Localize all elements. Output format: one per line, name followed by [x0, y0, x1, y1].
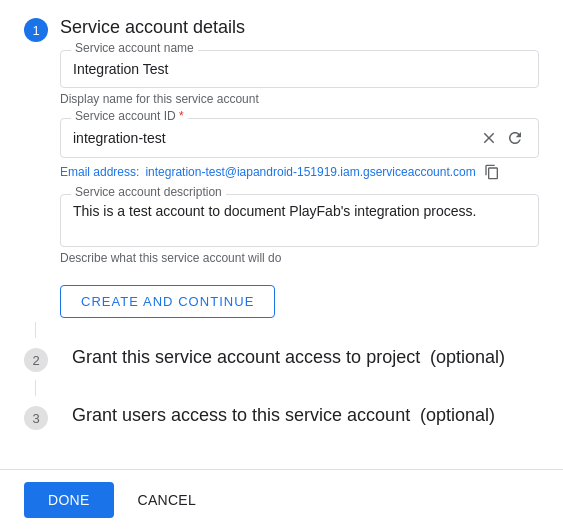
refresh-button[interactable] — [504, 127, 526, 149]
name-hint: Display name for this service account — [60, 92, 539, 106]
step2-title: Grant this service account access to pro… — [72, 347, 420, 367]
cancel-button[interactable]: CANCEL — [130, 482, 204, 518]
bottom-bar: DONE CANCEL — [0, 469, 563, 530]
step1-header: 1 Service account details — [24, 16, 539, 42]
step3-optional: (optional) — [420, 405, 495, 425]
id-input-row — [73, 127, 526, 149]
step1-circle: 1 — [24, 18, 48, 42]
email-row: Email address: integration-test@iapandro… — [60, 162, 539, 182]
name-field-group: Service account name — [60, 50, 539, 88]
description-hint: Describe what this service account will … — [60, 251, 539, 265]
step1-content: Service account name Display name for th… — [60, 50, 539, 322]
clear-icon — [480, 129, 498, 147]
copy-email-button[interactable] — [482, 162, 502, 182]
email-value: integration-test@iapandroid-151919.iam.g… — [145, 165, 475, 179]
done-button[interactable]: DONE — [24, 482, 114, 518]
step2-header: 2 Grant this service account access to p… — [24, 346, 539, 372]
id-label: Service account ID * — [71, 110, 188, 122]
email-prefix: Email address: — [60, 165, 139, 179]
description-label: Service account description — [71, 186, 226, 198]
step-connector-2-3 — [35, 380, 36, 396]
step3-circle: 3 — [24, 406, 48, 430]
step3-title: Grant users access to this service accou… — [72, 405, 410, 425]
step2-content: Grant this service account access to pro… — [60, 346, 505, 369]
step1-title: Service account details — [60, 16, 245, 39]
step3-header: 3 Grant users access to this service acc… — [24, 404, 539, 430]
id-input-icons — [478, 127, 526, 149]
refresh-icon — [506, 129, 524, 147]
step2-optional: (optional) — [430, 347, 505, 367]
copy-icon — [484, 164, 500, 180]
description-field-group: Service account description This is a te… — [60, 194, 539, 247]
step-connector-1-2 — [35, 322, 36, 338]
step2-circle: 2 — [24, 348, 48, 372]
name-input[interactable] — [73, 59, 526, 79]
step3-content: Grant users access to this service accou… — [60, 404, 495, 427]
id-input[interactable] — [73, 128, 478, 148]
clear-button[interactable] — [478, 127, 500, 149]
id-required-star: * — [176, 109, 184, 123]
description-input[interactable]: This is a test account to document PlayF… — [73, 203, 526, 235]
id-field-group: Service account ID * — [60, 118, 539, 158]
name-label: Service account name — [71, 42, 198, 54]
create-continue-button[interactable]: CREATE AND CONTINUE — [60, 285, 275, 318]
